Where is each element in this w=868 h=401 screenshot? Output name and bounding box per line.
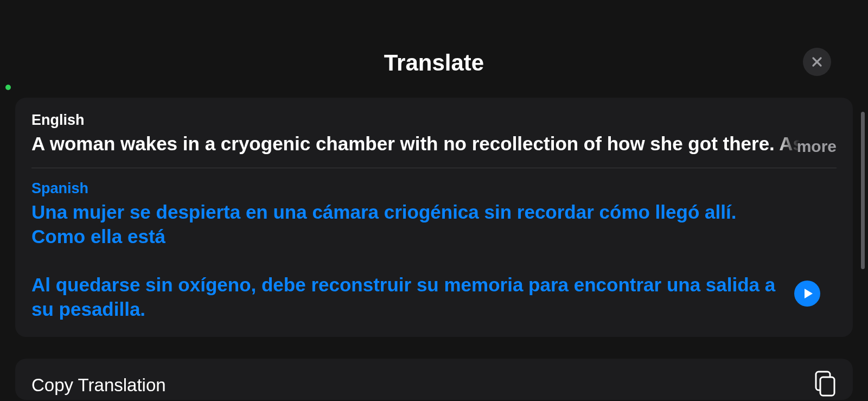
scrollbar[interactable]: [861, 112, 865, 269]
close-icon: [810, 55, 824, 68]
play-icon: [803, 288, 813, 299]
status-indicator-icon: [5, 85, 11, 90]
translation-card: English A woman wakes in a cryogenic cha…: [15, 98, 853, 337]
more-fade: more: [775, 130, 837, 156]
svg-rect-1: [820, 377, 834, 396]
copy-translation-label: Copy Translation: [31, 375, 166, 396]
header: Translate: [0, 0, 868, 98]
source-text: A woman wakes in a cryogenic chamber wit…: [31, 132, 771, 156]
copy-translation-row[interactable]: Copy Translation: [15, 359, 853, 400]
play-audio-button[interactable]: [794, 281, 820, 307]
source-language-label: English: [31, 112, 837, 129]
copy-icon: [813, 371, 837, 400]
target-text: Una mujer se despierta en una cámara cri…: [31, 200, 837, 322]
source-text-row: A woman wakes in a cryogenic chamber wit…: [31, 132, 837, 156]
more-button[interactable]: more: [797, 137, 837, 156]
target-section: Spanish Una mujer se despierta en una cá…: [31, 180, 837, 322]
close-button[interactable]: [803, 48, 831, 76]
divider: [31, 168, 837, 168]
target-language-label: Spanish: [31, 180, 837, 197]
page-title: Translate: [0, 50, 868, 76]
